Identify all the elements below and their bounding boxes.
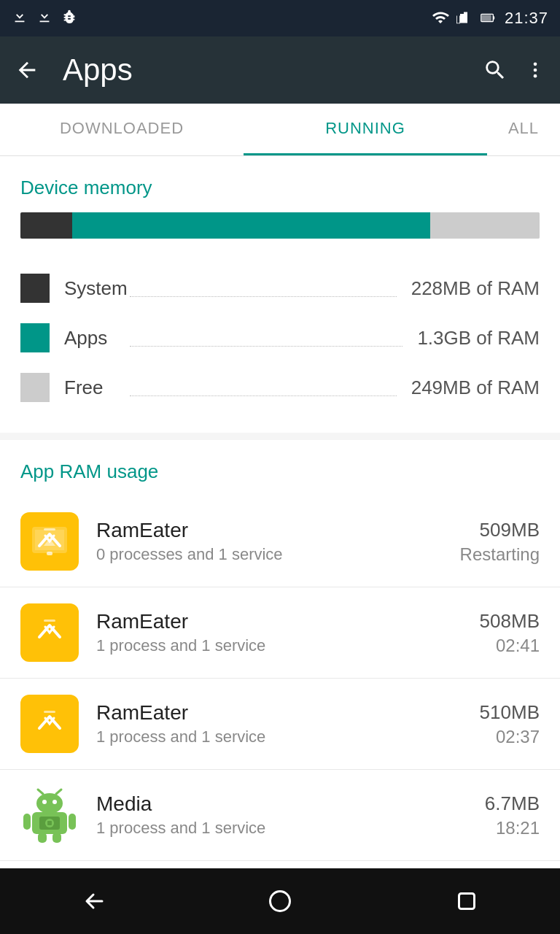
app-stats-1: 508MB 02:41: [480, 610, 540, 656]
more-options-button[interactable]: [525, 58, 545, 82]
app-processes-3: 1 process and 1 service: [96, 819, 467, 838]
download-icon: [12, 9, 28, 28]
svg-rect-20: [52, 833, 61, 843]
back-nav-button[interactable]: [80, 888, 106, 914]
status-bar: 21:37: [0, 0, 560, 36]
svg-point-4: [534, 69, 537, 72]
app-info-3: Media 1 process and 1 service: [96, 792, 467, 838]
svg-rect-9: [44, 620, 55, 622]
svg-rect-7: [47, 552, 52, 555]
app-size-1: 508MB: [480, 610, 540, 633]
svg-rect-19: [38, 833, 47, 843]
back-button[interactable]: [15, 58, 39, 82]
svg-point-12: [36, 793, 63, 814]
content-area: Device memory System 228MB of RAM Apps 1…: [0, 156, 560, 868]
nav-bar: [0, 868, 560, 934]
rameater-icon-bg: [20, 603, 79, 662]
svg-rect-25: [459, 894, 475, 909]
free-color-dot: [20, 373, 50, 402]
svg-point-14: [52, 800, 57, 804]
tab-downloaded[interactable]: DOWNLOADED: [0, 104, 244, 155]
bar-apps: [72, 212, 430, 239]
app-info-1: RamEater 1 process and 1 service: [96, 610, 462, 655]
app-time-1: 02:41: [480, 636, 540, 656]
app-size-3: 6.7MB: [485, 792, 540, 815]
list-item[interactable]: Media 1 process and 1 service 6.7MB 18:2…: [0, 770, 560, 861]
svg-point-13: [42, 800, 47, 804]
system-color-dot: [20, 274, 50, 303]
rameater-icon-0: [20, 512, 79, 571]
free-label: Free: [64, 377, 397, 399]
svg-point-24: [271, 892, 290, 911]
app-size-2: 510MB: [480, 701, 540, 724]
clock: 21:37: [505, 9, 548, 28]
recent-nav-button[interactable]: [454, 888, 480, 914]
rameater-icon-bg: [20, 512, 79, 571]
list-item[interactable]: RamEater 1 process and 1 service 510MB 0…: [0, 679, 560, 770]
app-ram-usage-header: App RAM usage: [0, 440, 560, 496]
app-stats-0: 509MB Restarting: [460, 519, 540, 565]
svg-point-3: [534, 63, 537, 66]
apps-label: Apps: [64, 327, 402, 350]
signal-icon: [456, 9, 471, 28]
app-name-3: Media: [96, 792, 467, 816]
rameater-icon-2: [20, 695, 79, 753]
list-item[interactable]: RamEater 1 process and 1 service 508MB 0…: [0, 587, 560, 679]
svg-rect-10: [44, 711, 55, 713]
memory-legend: System 228MB of RAM Apps 1.3GB of RAM Fr…: [0, 256, 560, 433]
bug-icon: [61, 9, 77, 28]
wifi-icon: [432, 9, 449, 28]
apps-color-dot: [20, 323, 50, 352]
app-time-2: 02:37: [480, 727, 540, 747]
search-button[interactable]: [483, 58, 508, 82]
memory-bar: [20, 212, 540, 239]
section-divider: [0, 433, 560, 440]
app-name-0: RamEater: [96, 519, 443, 542]
list-item[interactable]: RamEater 0 processes and 1 service 509MB…: [0, 496, 560, 587]
legend-apps: Apps 1.3GB of RAM: [20, 313, 540, 363]
app-time-3: 18:21: [485, 818, 540, 838]
system-value: 228MB of RAM: [411, 277, 540, 300]
free-value: 249MB of RAM: [411, 377, 540, 399]
apps-value: 1.3GB of RAM: [417, 327, 540, 350]
device-memory-header: Device memory: [0, 156, 560, 212]
home-nav-button[interactable]: [267, 888, 293, 914]
app-info-0: RamEater 0 processes and 1 service: [96, 519, 443, 564]
bar-system: [20, 212, 72, 239]
rameater-icon-1: [20, 603, 79, 662]
legend-system: System 228MB of RAM: [20, 263, 540, 313]
bar-free: [430, 212, 540, 239]
app-name-1: RamEater: [96, 610, 462, 633]
svg-point-5: [534, 74, 537, 78]
rameater-icon-bg: [20, 695, 79, 753]
media-icon-3: [20, 786, 79, 844]
svg-line-16: [56, 790, 61, 794]
svg-rect-1: [493, 16, 494, 20]
svg-rect-18: [69, 814, 76, 830]
svg-rect-2: [482, 15, 491, 20]
app-info-2: RamEater 1 process and 1 service: [96, 701, 462, 746]
tab-all[interactable]: ALL: [487, 104, 560, 155]
svg-rect-8: [44, 528, 55, 530]
tab-running[interactable]: RUNNING: [244, 104, 487, 155]
battery-icon: [478, 9, 497, 28]
app-stats-3: 6.7MB 18:21: [485, 792, 540, 838]
svg-rect-23: [47, 821, 52, 825]
download2-icon: [36, 9, 52, 28]
tabs-container: DOWNLOADED RUNNING ALL: [0, 104, 560, 156]
status-icons-right: 21:37: [432, 9, 548, 28]
svg-rect-17: [23, 814, 31, 830]
app-processes-2: 1 process and 1 service: [96, 727, 462, 746]
page-title: Apps: [63, 53, 468, 88]
app-stats-2: 510MB 02:37: [480, 701, 540, 747]
app-time-0: Restarting: [460, 544, 540, 565]
app-bar-actions: [483, 58, 545, 82]
svg-line-15: [38, 790, 43, 794]
status-icons-left: [12, 9, 77, 28]
app-bar: Apps: [0, 36, 560, 104]
app-processes-1: 1 process and 1 service: [96, 636, 462, 655]
system-label: System: [64, 277, 397, 300]
app-size-0: 509MB: [460, 519, 540, 541]
legend-free: Free 249MB of RAM: [20, 363, 540, 412]
app-processes-0: 0 processes and 1 service: [96, 545, 443, 564]
